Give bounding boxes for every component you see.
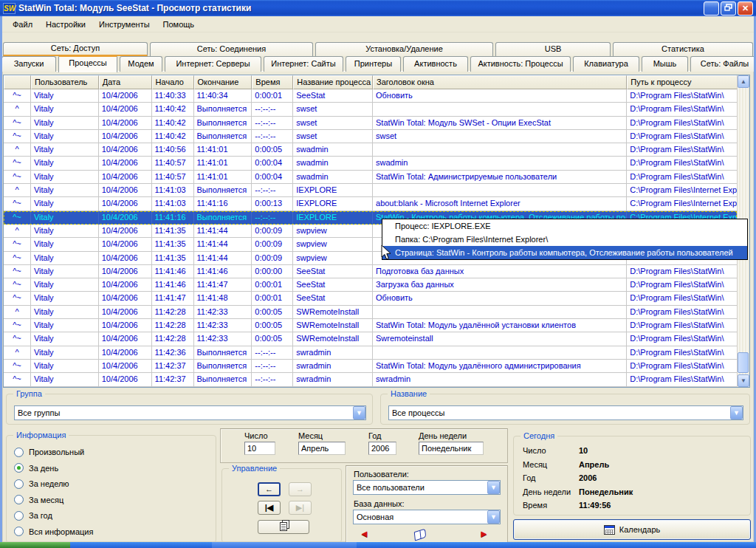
- next-day-arrow-button[interactable]: ►: [479, 528, 489, 539]
- table-row[interactable]: ^~Vitaly10/4/200611:40:5711:41:010:00:04…: [4, 171, 737, 184]
- today-time-label: Время: [523, 501, 579, 510]
- taskbar[interactable]: [0, 542, 756, 548]
- menu-item-file[interactable]: Файл: [6, 18, 39, 31]
- radio-option[interactable]: Вся информация: [14, 526, 93, 538]
- header-start[interactable]: Начало: [152, 75, 194, 89]
- table-row[interactable]: ^~Vitaly10/4/200611:40:5711:41:010:00:04…: [4, 157, 737, 170]
- scrollbar-thumb[interactable]: [738, 352, 749, 373]
- menu-item-settings[interactable]: Настройки: [39, 18, 92, 31]
- today-month-label: Месяц: [523, 460, 579, 469]
- header-icon-column[interactable]: [4, 75, 31, 89]
- table-row[interactable]: ^~Vitaly10/4/200611:42:37Выполняется--:-…: [4, 373, 737, 386]
- start-button-fragment[interactable]: [0, 542, 70, 548]
- tab-modem[interactable]: Модем: [120, 56, 162, 72]
- tab-printers[interactable]: Принтеры: [346, 56, 401, 72]
- chevron-down-icon[interactable]: ▼: [730, 406, 743, 419]
- tab-mouse[interactable]: Мышь: [642, 56, 688, 72]
- radio-option[interactable]: За месяц: [14, 494, 63, 506]
- weekday-input[interactable]: [419, 442, 484, 455]
- table-row[interactable]: ^Vitaly10/4/200611:40:42Выполняется--:--…: [4, 103, 737, 116]
- header-date[interactable]: Дата: [99, 75, 152, 89]
- table-row[interactable]: ^~Vitaly10/4/200611:41:4711:41:480:00:01…: [4, 292, 737, 305]
- tab-activity-processes[interactable]: Активность: Процессы: [470, 56, 571, 72]
- first-button[interactable]: |◀: [258, 501, 281, 515]
- radio-option[interactable]: Произвольный: [14, 446, 84, 458]
- skip-to-start-icon: |◀: [265, 503, 274, 512]
- table-row[interactable]: ^Vitaly10/4/200611:41:03Выполняется--:--…: [4, 184, 737, 197]
- scroll-down-button[interactable]: ▼: [738, 374, 749, 387]
- popup-line-page-highlighted[interactable]: Страница: StatWin - Контроль работы комп…: [382, 246, 747, 259]
- table-row[interactable]: ^~Vitaly10/4/200611:42:37Выполняется--:-…: [4, 360, 737, 373]
- cell-title: StatWin Total: Модуль SWSet - Опции Exec…: [373, 117, 627, 130]
- table-row[interactable]: ^~Vitaly10/4/200611:42:2811:42:330:00:05…: [4, 332, 737, 346]
- database-select[interactable]: Основная ▼: [353, 510, 501, 524]
- name-filter-select[interactable]: Все процессы ▼: [388, 405, 743, 420]
- radio-option[interactable]: За день: [14, 462, 58, 474]
- header-path[interactable]: Путь к процессу: [627, 75, 737, 89]
- radio-icon[interactable]: [14, 495, 24, 504]
- chevron-down-icon[interactable]: ▼: [353, 406, 365, 419]
- tab-keyboard[interactable]: Клавиатура: [573, 56, 639, 72]
- header-process[interactable]: Название процесса: [293, 75, 373, 89]
- taskbar-window-button[interactable]: [212, 542, 357, 548]
- header-window-title[interactable]: Заголовок окна: [373, 75, 627, 89]
- header-end[interactable]: Окончание: [194, 75, 252, 89]
- tab-processes[interactable]: Процессы: [58, 55, 117, 72]
- radio-icon[interactable]: [14, 479, 24, 489]
- cell-user: Vitaly: [31, 211, 99, 225]
- radio-option[interactable]: За год: [14, 510, 52, 521]
- chevron-down-icon[interactable]: ▼: [487, 481, 500, 494]
- restore-button[interactable]: [721, 1, 736, 16]
- tab-statistics[interactable]: Статистика: [613, 42, 753, 56]
- header-user[interactable]: Пользователь: [31, 75, 99, 89]
- tab-install-uninstall[interactable]: Установка/Удаление: [315, 42, 493, 56]
- tab-activity[interactable]: Активность: [403, 56, 468, 72]
- minimize-button[interactable]: _: [704, 1, 719, 16]
- chevron-down-icon[interactable]: ▼: [487, 510, 500, 524]
- group-filter-select[interactable]: Все группы ▼: [14, 405, 366, 420]
- month-input[interactable]: [298, 442, 346, 455]
- menu-item-tools[interactable]: Инструменты: [92, 18, 157, 31]
- table-row[interactable]: ^~Vitaly10/4/200611:41:0311:41:160:00:13…: [4, 197, 737, 210]
- calendar-button[interactable]: Календарь: [513, 519, 751, 540]
- copy-button[interactable]: [258, 520, 309, 534]
- table-row[interactable]: ^~Vitaly10/4/200611:41:4611:41:460:00:00…: [4, 265, 737, 278]
- table-row[interactable]: ^~Vitaly10/4/200611:40:42Выполняется--:-…: [4, 130, 737, 143]
- tab-internet-servers[interactable]: Интернет: Серверы: [165, 56, 261, 72]
- tab-internet-sites[interactable]: Интернет: Сайты: [264, 56, 343, 72]
- titlebar[interactable]: SW StatWin Total: Модуль SeeStat - Просм…: [0, 0, 756, 16]
- book-icon[interactable]: [414, 528, 426, 541]
- window-title: StatWin Total: Модуль SeeStat - Просмотр…: [18, 3, 704, 13]
- cell-user: Vitaly: [31, 238, 99, 251]
- tab-net-connections[interactable]: Сеть: Соединения: [150, 42, 313, 56]
- tab-net-files[interactable]: Сеть: Файлы: [690, 56, 756, 72]
- menu-item-help[interactable]: Помощь: [157, 18, 202, 31]
- cell-path: C:\Program Files\Internet Exp: [627, 197, 737, 210]
- prev-day-arrow-button[interactable]: ◄: [360, 528, 369, 539]
- radio-icon[interactable]: [14, 527, 24, 536]
- table-row[interactable]: ^Vitaly10/4/200611:42:36Выполняется--:--…: [4, 346, 737, 360]
- table-row[interactable]: ^Vitaly10/4/200611:40:5611:41:010:00:05s…: [4, 143, 737, 157]
- scroll-up-button[interactable]: ▲: [738, 75, 749, 88]
- group-filter-label: Группа: [13, 389, 45, 398]
- tab-usb[interactable]: USB: [495, 42, 611, 56]
- table-row[interactable]: ^~Vitaly10/4/200611:41:4611:41:470:00:01…: [4, 278, 737, 292]
- prev-button[interactable]: ←: [258, 482, 281, 496]
- day-input[interactable]: [244, 442, 275, 455]
- weekday-label: День недели: [419, 431, 484, 440]
- header-time[interactable]: Время: [252, 75, 293, 89]
- table-row[interactable]: ^~Vitaly10/4/200611:40:42Выполняется--:-…: [4, 117, 737, 130]
- users-select[interactable]: Все пользователи ▼: [353, 480, 501, 495]
- cell-date: 10/4/2006: [99, 117, 152, 130]
- calendar-icon: [604, 525, 615, 535]
- table-row[interactable]: ^~Vitaly10/4/200611:42:2811:42:330:00:05…: [4, 319, 737, 332]
- radio-icon[interactable]: [14, 463, 24, 473]
- radio-icon[interactable]: [14, 448, 24, 457]
- radio-option[interactable]: За неделю: [14, 478, 69, 490]
- radio-icon[interactable]: [14, 511, 24, 521]
- table-row[interactable]: ^Vitaly10/4/200611:42:2811:42:330:00:05S…: [4, 306, 737, 319]
- close-button[interactable]: ✕: [738, 1, 753, 16]
- year-input[interactable]: [368, 442, 396, 455]
- tab-launches[interactable]: Запуски: [1, 56, 56, 72]
- table-row[interactable]: ^~Vitaly10/4/200611:40:3311:40:340:00:01…: [4, 89, 737, 103]
